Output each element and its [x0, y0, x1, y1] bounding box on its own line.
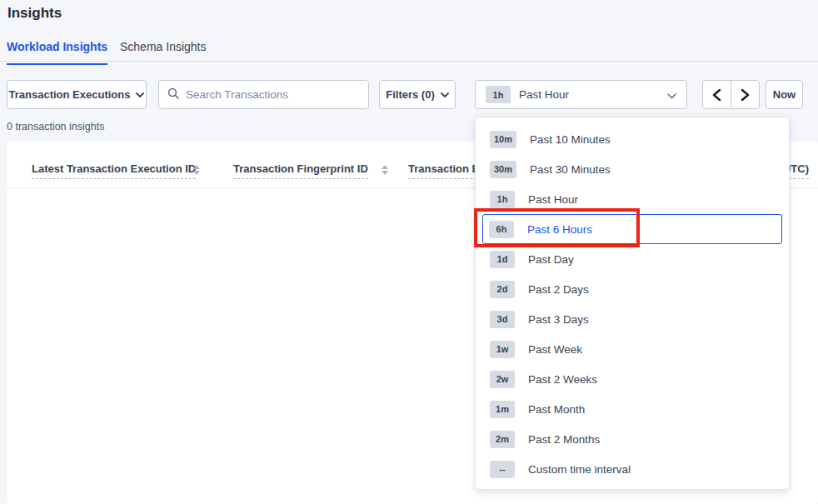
time-option-label: Past 2 Months [528, 433, 600, 446]
time-option-1d[interactable]: 1d Past Day [482, 244, 782, 274]
time-interval-badge: 1h [486, 86, 511, 103]
time-option-2m[interactable]: 2m Past 2 Months [482, 424, 782, 454]
time-option-1h[interactable]: 1h Past Hour [482, 184, 782, 214]
time-option-badge: 2d [490, 281, 515, 298]
sort-icon[interactable] [193, 164, 200, 176]
sort-icon[interactable] [382, 164, 388, 176]
time-option-label: Custom time interval [528, 463, 631, 476]
time-option-6h[interactable]: 6h Past 6 Hours [482, 214, 782, 244]
time-option-2d[interactable]: 2d Past 2 Days [482, 274, 782, 304]
insights-count: 0 transaction insights [7, 121, 104, 132]
time-nav-group [702, 80, 760, 109]
time-option-label: Past Month [528, 403, 585, 416]
filters-button[interactable]: Filters (0) [379, 80, 456, 109]
tab-schema-insights[interactable]: Schema Insights [120, 40, 207, 63]
search-box[interactable] [158, 80, 369, 109]
time-option-label: Past Day [528, 253, 574, 266]
page-title: Insights [7, 5, 62, 22]
time-option-badge: 3d [490, 311, 515, 328]
time-option-label: Past 3 Days [528, 313, 589, 326]
time-interval-label: Past Hour [519, 88, 569, 101]
time-option-2w[interactable]: 2w Past 2 Weeks [482, 364, 782, 394]
time-option-badge: -- [490, 461, 515, 478]
time-option-badge: 2m [490, 431, 515, 448]
tab-workload-insights[interactable]: Workload Insights [7, 40, 107, 65]
time-option-label: Past Week [528, 343, 582, 356]
column-header-latest-transaction-execution-id[interactable]: Latest Transaction Execution ID [32, 162, 196, 179]
time-option-label: Past 30 Minutes [530, 163, 611, 176]
column-header-transaction-fingerprint-id[interactable]: Transaction Fingerprint ID [233, 162, 368, 179]
time-option-badge: 6h [489, 221, 514, 238]
now-button[interactable]: Now [766, 80, 803, 109]
time-interval-dropdown: 10m Past 10 Minutes 30m Past 30 Minutes … [475, 117, 790, 490]
time-interval-select[interactable]: 1h Past Hour [475, 80, 687, 109]
time-option-custom[interactable]: -- Custom time interval [482, 454, 782, 484]
time-option-label: Past 6 Hours [527, 223, 592, 236]
time-option-badge: 1d [490, 251, 515, 268]
chevron-down-icon [136, 88, 144, 101]
time-option-10m[interactable]: 10m Past 10 Minutes [482, 124, 782, 154]
chevron-down-icon [441, 88, 449, 101]
search-input[interactable] [186, 88, 360, 101]
next-interval-button[interactable] [731, 81, 759, 108]
time-option-3d[interactable]: 3d Past 3 Days [482, 304, 782, 334]
time-option-30m[interactable]: 30m Past 30 Minutes [482, 154, 782, 184]
time-option-badge: 1h [490, 191, 515, 208]
time-option-label: Past Hour [528, 193, 578, 206]
search-icon [167, 87, 179, 102]
tab-bar: Workload Insights Schema Insights [0, 37, 818, 62]
time-option-label: Past 10 Minutes [530, 133, 611, 146]
chevron-down-icon [667, 87, 676, 102]
now-label: Now [773, 88, 796, 101]
time-option-1w[interactable]: 1w Past Week [482, 334, 782, 364]
filters-label: Filters (0) [386, 88, 435, 101]
time-option-badge: 30m [490, 161, 516, 178]
time-option-label: Past 2 Weeks [528, 373, 597, 386]
previous-interval-button[interactable] [703, 81, 731, 108]
time-option-badge: 2w [490, 371, 515, 388]
transaction-type-label: Transaction Executions [9, 88, 131, 101]
transaction-type-select[interactable]: Transaction Executions [7, 80, 147, 109]
time-option-badge: 10m [490, 131, 516, 148]
column-header-transaction-execution[interactable]: Transaction Ex [408, 162, 485, 179]
time-option-1m[interactable]: 1m Past Month [482, 394, 782, 424]
time-option-badge: 1w [490, 341, 515, 358]
time-option-label: Past 2 Days [528, 283, 589, 296]
time-option-badge: 1m [490, 401, 515, 418]
